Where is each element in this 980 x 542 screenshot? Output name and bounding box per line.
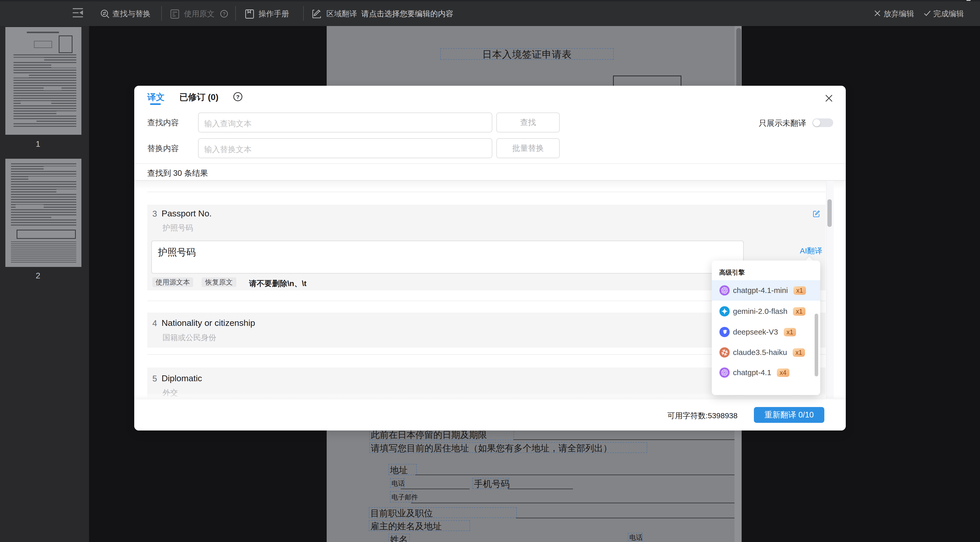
svg-text:?: ? [236,94,240,100]
svg-text:?: ? [223,11,225,17]
